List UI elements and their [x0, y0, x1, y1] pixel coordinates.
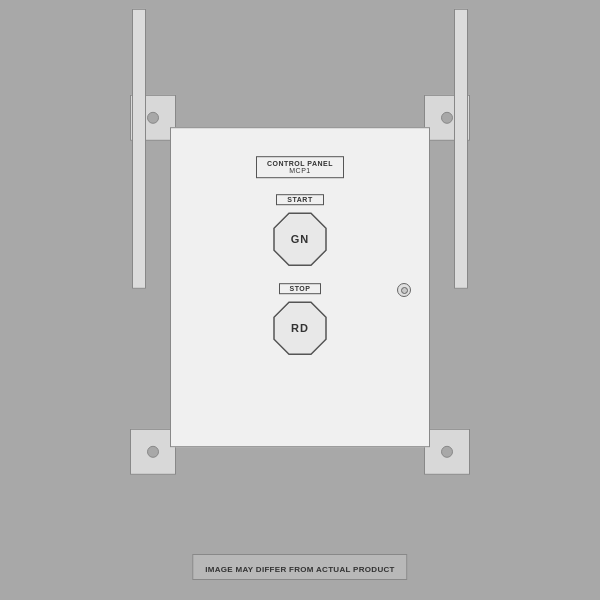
- start-button[interactable]: GN: [272, 211, 328, 267]
- disclaimer-box: IMAGE MAY DIFFER FROM ACTUAL PRODUCT: [192, 554, 407, 580]
- disclaimer-text: IMAGE MAY DIFFER FROM ACTUAL PRODUCT: [205, 565, 394, 574]
- keyhole[interactable]: [397, 283, 411, 297]
- panel-flap-left: [132, 9, 146, 289]
- main-panel: CONTROL PANEL MCP1 START GN STOP RD: [170, 127, 430, 447]
- bracket-hole-br: [441, 446, 453, 458]
- scene: CONTROL PANEL MCP1 START GN STOP RD: [0, 0, 600, 600]
- start-btn-text: GN: [291, 233, 310, 245]
- panel-flap-right: [454, 9, 468, 289]
- stop-button[interactable]: RD: [272, 300, 328, 356]
- stop-section: STOP RD: [171, 283, 429, 362]
- bracket-hole-bl: [147, 446, 159, 458]
- panel-label-box: CONTROL PANEL MCP1: [256, 156, 344, 178]
- start-label: START: [276, 194, 323, 205]
- bracket-hole-tl: [147, 112, 159, 124]
- panel-title-line1: CONTROL PANEL: [267, 160, 333, 167]
- bracket-bottom-right: [424, 429, 470, 475]
- bracket-hole-tr: [441, 112, 453, 124]
- stop-label: STOP: [279, 283, 322, 294]
- keyhole-inner: [401, 287, 408, 294]
- stop-btn-text: RD: [291, 322, 309, 334]
- start-section: START GN: [171, 194, 429, 273]
- panel-title-line2: MCP1: [267, 167, 333, 174]
